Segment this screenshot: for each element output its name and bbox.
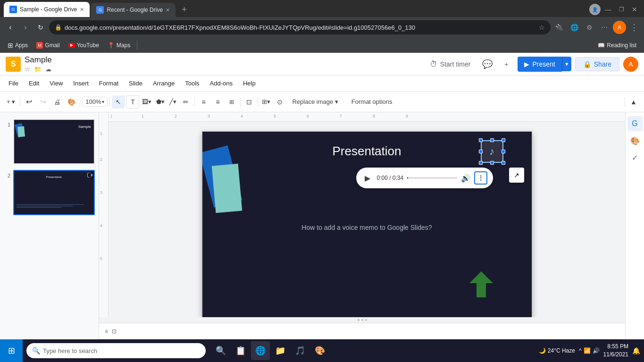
share-btn[interactable]: 🔒 Share xyxy=(575,57,619,71)
weather-info[interactable]: 🌙 24°C Haze xyxy=(539,347,575,354)
taskbar-edge-btn[interactable]: 🌐 xyxy=(251,341,270,360)
user-avatar[interactable]: A xyxy=(623,57,638,72)
audio-icon[interactable]: ♪ xyxy=(481,140,503,163)
sidebar-explore-btn[interactable]: G xyxy=(627,116,643,131)
forward-btn[interactable]: › xyxy=(19,21,32,34)
menu-insert[interactable]: Insert xyxy=(68,77,93,89)
menu-format[interactable]: Format xyxy=(94,77,123,89)
selection-handle-mr[interactable] xyxy=(502,150,505,153)
bookmark-star[interactable]: ☆ xyxy=(539,24,545,31)
timer-btn[interactable]: ⏱ Start timer xyxy=(424,57,477,71)
selection-handle-ml[interactable] xyxy=(479,150,483,153)
selection-handle-tl[interactable] xyxy=(479,138,483,142)
paint-format-btn[interactable]: 🎨 xyxy=(65,95,78,109)
replace-image-btn[interactable]: Replace image ▾ xyxy=(287,96,343,107)
redo-btn[interactable]: ↪ xyxy=(36,95,50,109)
address-bar[interactable]: 🔒 docs.google.com/presentation/d/1eGTXE6… xyxy=(49,20,551,34)
bookmark-gmail[interactable]: M Gmail xyxy=(33,40,63,51)
back-btn[interactable]: ‹ xyxy=(4,21,17,34)
audio-more-btn[interactable]: ⋮ xyxy=(474,171,487,185)
folder-icon[interactable]: 📁 xyxy=(34,66,42,73)
maximize-btn[interactable]: ❐ xyxy=(616,4,627,15)
taskbar-app-btn[interactable]: 🎨 xyxy=(310,341,329,360)
minimize-btn[interactable]: — xyxy=(602,4,614,15)
audio-progress[interactable] xyxy=(407,177,457,179)
tab-1[interactable]: G Sample - Google Drive ✕ xyxy=(4,2,90,17)
profile-avatar[interactable]: A xyxy=(613,21,626,34)
search-bar[interactable]: 🔍 Type here to search xyxy=(26,343,206,358)
present-btn[interactable]: ▶ Present xyxy=(518,57,561,72)
table-tool-btn[interactable]: ⊞ xyxy=(225,95,238,109)
taskbar-store-btn[interactable]: 🎵 xyxy=(291,341,309,360)
edge-btn-1[interactable]: 🌐 xyxy=(568,21,581,34)
notification-btn[interactable]: 🔔 xyxy=(632,347,640,354)
bookmark-youtube[interactable]: ▶ YouTube xyxy=(65,40,103,51)
comment-btn[interactable]: 💬 xyxy=(480,57,495,72)
selection-handle-tm[interactable] xyxy=(490,138,494,142)
profile-icon[interactable]: 👤 xyxy=(589,4,601,15)
undo-add-btn[interactable]: + xyxy=(499,57,514,72)
bookmark-apps[interactable]: ⊞ Apps xyxy=(4,40,32,51)
align-left-btn[interactable]: ≡ xyxy=(197,95,210,109)
cloud-icon[interactable]: ☁ xyxy=(45,66,51,73)
menu-file[interactable]: File xyxy=(4,77,23,89)
selection-handle-bm[interactable] xyxy=(490,161,494,165)
text-tool-btn[interactable]: T xyxy=(126,95,139,109)
star-icon[interactable]: ☆ xyxy=(25,66,30,73)
network-icon[interactable]: 📶 xyxy=(584,347,591,354)
menu-view[interactable]: View xyxy=(45,77,67,89)
open-external-btn[interactable]: ↗ xyxy=(509,168,524,183)
menu-tools[interactable]: Tools xyxy=(180,77,204,89)
effects-btn[interactable]: ⊙ xyxy=(273,95,286,109)
taskbar-search-btn[interactable]: 🔍 xyxy=(211,341,230,360)
reading-list-btn[interactable]: 📖 Reading list xyxy=(594,40,640,51)
doc-title[interactable]: Sample xyxy=(25,55,52,65)
extensions-btn[interactable]: 🔌 xyxy=(552,21,566,34)
slide-thumb-2[interactable]: Presentation ♪ ✕ xyxy=(13,170,95,215)
slide-2-delete-btn[interactable]: ✕ xyxy=(88,172,95,178)
start-btn[interactable]: ⊞ xyxy=(0,339,23,362)
menu-edit[interactable]: Edit xyxy=(24,77,44,89)
bookmark-maps[interactable]: 📍 Maps xyxy=(104,40,134,51)
zoom-control[interactable]: 100% ▾ xyxy=(82,97,108,107)
pen-tool-btn[interactable]: ✏ xyxy=(179,95,192,109)
format-options-btn[interactable]: Format options xyxy=(346,96,398,107)
slide-item-2[interactable]: 2 Presentation ♪ ✕ xyxy=(0,167,99,218)
tab-2-close[interactable]: ✕ xyxy=(166,7,170,13)
audio-icon-container[interactable]: ♪ xyxy=(481,140,503,163)
selection-handle-tr[interactable] xyxy=(502,138,505,142)
selection-handle-bl[interactable] xyxy=(479,161,483,165)
close-btn[interactable]: ✕ xyxy=(629,4,640,15)
chevron-icon[interactable]: ^ xyxy=(579,347,582,354)
menu-slide[interactable]: Slide xyxy=(124,77,147,89)
taskbar-clock[interactable]: 8:55 PM 11/6/2021 xyxy=(603,343,628,359)
new-tab-btn[interactable]: + xyxy=(177,3,191,16)
align-center-btn[interactable]: ≡ xyxy=(211,95,224,109)
notes-icon-btn-1[interactable]: ≡ xyxy=(105,328,108,335)
present-dropdown-btn[interactable]: ▾ xyxy=(562,57,571,71)
menu-arrange[interactable]: Arrange xyxy=(148,77,179,89)
slide-canvas[interactable]: Presentation How to add a voice memo to … xyxy=(202,131,532,317)
image-tool-btn[interactable]: 🖼▾ xyxy=(140,96,153,107)
line-tool-btn[interactable]: ╱▾ xyxy=(167,96,178,107)
menu-help[interactable]: Help xyxy=(238,77,260,89)
taskbar-taskview-btn[interactable]: 📋 xyxy=(231,341,250,360)
notes-icon-btn-2[interactable]: ⊡ xyxy=(112,328,117,335)
add-btn[interactable]: + ▾ xyxy=(4,96,18,107)
slide-thumb-1[interactable]: Sample xyxy=(13,119,95,164)
edge-btn-3[interactable]: ⋯ xyxy=(598,21,611,34)
volume-icon[interactable]: 🔊 xyxy=(593,347,600,354)
collapse-toolbar-btn[interactable]: ▲ xyxy=(627,95,640,109)
slide-item-1[interactable]: 1 Sample xyxy=(0,116,99,167)
sidebar-palette-btn[interactable]: 🎨 xyxy=(627,133,643,148)
edge-btn-2[interactable]: ⚙ xyxy=(583,21,596,34)
tab-2[interactable]: G Recent - Google Drive ✕ xyxy=(91,3,176,17)
audio-volume-btn[interactable]: 🔊 xyxy=(461,174,470,183)
refresh-btn[interactable]: ↻ xyxy=(34,21,47,34)
crop-btn[interactable]: ⊞▾ xyxy=(260,96,272,107)
slide-size-btn[interactable]: ⊡ xyxy=(243,95,256,109)
menu-addons[interactable]: Add-ons xyxy=(205,77,237,89)
cursor-tool-btn[interactable]: ↖ xyxy=(112,95,125,109)
print-btn[interactable]: 🖨 xyxy=(50,95,64,109)
undo-btn[interactable]: ↩ xyxy=(22,95,35,109)
